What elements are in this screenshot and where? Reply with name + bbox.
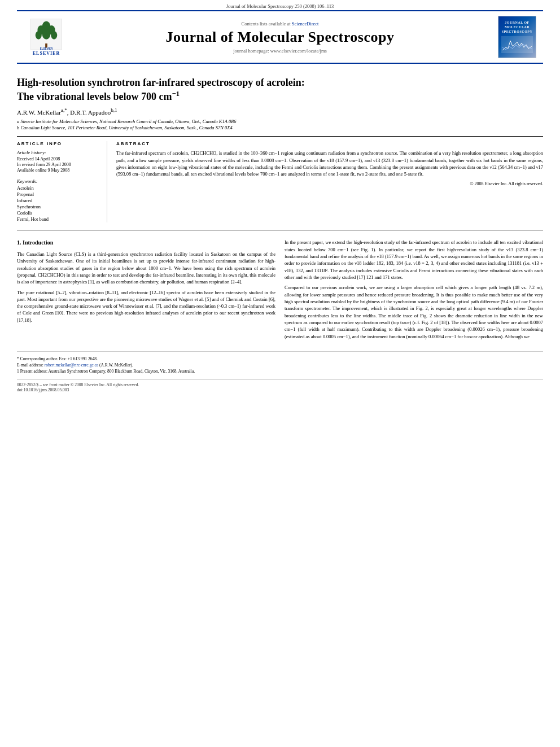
- intro-paragraph1: The Canadian Light Source (CLS) is a thi…: [17, 251, 275, 286]
- sciencedirect-link-text[interactable]: ScienceDirect: [292, 21, 319, 27]
- email-person: (A.R.W. McKellar).: [99, 362, 133, 368]
- journal-citation: Journal of Molecular Spectroscopy 250 (2…: [226, 3, 334, 9]
- journal-title-block: Contents lists available at ScienceDirec…: [69, 21, 491, 54]
- svg-point-4: [36, 31, 42, 40]
- journal-meta: Journal of Molecular Spectroscopy 250 (2…: [0, 0, 560, 10]
- cover-title: JOURNAL OFMOLECULARSPECTROSCOPY: [502, 21, 533, 34]
- article-info-heading: ARTICLE INFO: [17, 141, 101, 146]
- body-right-column: In the present paper, we extend the high…: [285, 239, 543, 343]
- footnotes: * Corresponding author. Fax: +1 613 991 …: [17, 351, 543, 374]
- intro-heading: 1. Introduction: [17, 239, 275, 247]
- email-link[interactable]: robert.mckellar@nrc-cnrc.gc.ca: [45, 362, 98, 368]
- keywords-label: Keywords:: [17, 178, 101, 184]
- abstract-text: The far-infrared spectrum of acrolein, C…: [116, 150, 543, 177]
- elsevier-tree-icon: ELSEVIER: [29, 19, 63, 50]
- affiliation-a: a Steacie Institute for Molecular Scienc…: [17, 119, 543, 124]
- article-history: Article history: Received 14 April 2008 …: [17, 150, 101, 173]
- author2-name: , D.R.T. Appadoo: [67, 108, 111, 115]
- affiliations: a Steacie Institute for Molecular Scienc…: [17, 119, 543, 130]
- jms-cover-container: JOURNAL OFMOLECULARSPECTROSCOPY: [491, 16, 536, 58]
- intro-section-title: Introduction: [23, 239, 53, 246]
- email-label: E-mail address:: [17, 362, 43, 368]
- jms-cover-image: JOURNAL OFMOLECULARSPECTROSCOPY: [498, 16, 536, 58]
- keyword-2: Propenal: [17, 191, 101, 197]
- body-left-column: 1. Introduction The Canadian Light Sourc…: [17, 239, 275, 343]
- keywords-section: Keywords: Acrolein Propenal Infrared Syn…: [17, 178, 101, 222]
- keyword-1: Acrolein: [17, 185, 101, 191]
- corresponding-text: * Corresponding author. Fax: +1 613 991 …: [17, 356, 98, 361]
- abstract-column: ABSTRACT The far-infrared spectrum of ac…: [116, 141, 543, 222]
- svg-text:ELSEVIER: ELSEVIER: [40, 47, 53, 50]
- article-title-line2: The vibrational levels below 700 cm: [17, 91, 172, 102]
- email-footnote: E-mail address: robert.mckellar@nrc-cnrc…: [17, 362, 543, 368]
- corresponding-footnote: * Corresponding author. Fax: +1 613 991 …: [17, 356, 543, 361]
- issn-line: 0022-2852/$ – see front matter © 2008 El…: [17, 382, 543, 387]
- body-text: 1. Introduction The Canadian Light Sourc…: [17, 239, 543, 343]
- journal-header: ELSEVIER ELSEVIER Contents lists availab…: [17, 10, 543, 64]
- revised-date: In revised form 29 April 2008: [17, 162, 101, 167]
- authors-line: A.R.W. McKellara,*, D.R.T. Appadoob,1: [17, 107, 543, 116]
- svg-rect-9: [501, 36, 533, 53]
- received-date: Received 14 April 2008: [17, 156, 101, 161]
- footnote1: 1 Present address: Australian Synchrotro…: [17, 369, 543, 374]
- doi-line: doi:10.1016/j.jms.2008.05.003: [17, 387, 543, 392]
- section-divider: [17, 230, 543, 231]
- article-info-column: ARTICLE INFO Article history: Received 1…: [17, 141, 107, 222]
- article-info-abstract: ARTICLE INFO Article history: Received 1…: [17, 136, 543, 222]
- cover-chart-icon: [501, 36, 533, 53]
- available-date: Available online 9 May 2008: [17, 168, 101, 173]
- intro-paragraph2: The pure rotational [5–7], vibration–rot…: [17, 289, 275, 324]
- copyright-line: © 2008 Elsevier Inc. All rights reserved…: [116, 181, 543, 186]
- bottom-ids: 0022-2852/$ – see front matter © 2008 El…: [17, 379, 543, 392]
- abstract-heading: ABSTRACT: [116, 141, 543, 146]
- article-title-line1: High-resolution synchrotron far-infrared…: [17, 77, 305, 88]
- article-title-superscript: −1: [172, 90, 179, 98]
- affiliation-b: b Canadian Light Source, 101 Perimeter R…: [17, 125, 543, 130]
- intro-section-number: 1.: [17, 239, 21, 246]
- intro-paragraph3: In the present paper, we extend the high…: [285, 239, 543, 281]
- journal-homepage: journal homepage: www.elsevier.com/locat…: [69, 48, 491, 54]
- article-container: High-resolution synchrotron far-infrared…: [17, 64, 543, 398]
- author1-affil: a,*: [61, 107, 67, 113]
- keyword-4: Synchrotron: [17, 204, 101, 209]
- journal-title: Journal of Molecular Spectroscopy: [69, 29, 491, 46]
- keyword-3: Infrared: [17, 198, 101, 203]
- article-title: High-resolution synchrotron far-infrared…: [17, 76, 543, 104]
- keyword-6: Fermi, Hot band: [17, 216, 101, 222]
- keyword-5: Coriolis: [17, 210, 101, 216]
- author1-name: A.R.W. McKellar: [17, 108, 61, 115]
- author2-affil: b,1: [111, 107, 117, 113]
- svg-point-6: [51, 31, 57, 40]
- intro-paragraph4: Compared to our previous acrolein work, …: [285, 284, 543, 340]
- svg-point-5: [42, 29, 51, 39]
- sciencedirect-link: Contents lists available at ScienceDirec…: [69, 21, 491, 27]
- elsevier-logo: ELSEVIER ELSEVIER: [24, 19, 69, 56]
- elsevier-logo-container: ELSEVIER ELSEVIER: [24, 19, 69, 56]
- history-label: Article history:: [17, 150, 101, 155]
- elsevier-label: ELSEVIER: [33, 51, 60, 56]
